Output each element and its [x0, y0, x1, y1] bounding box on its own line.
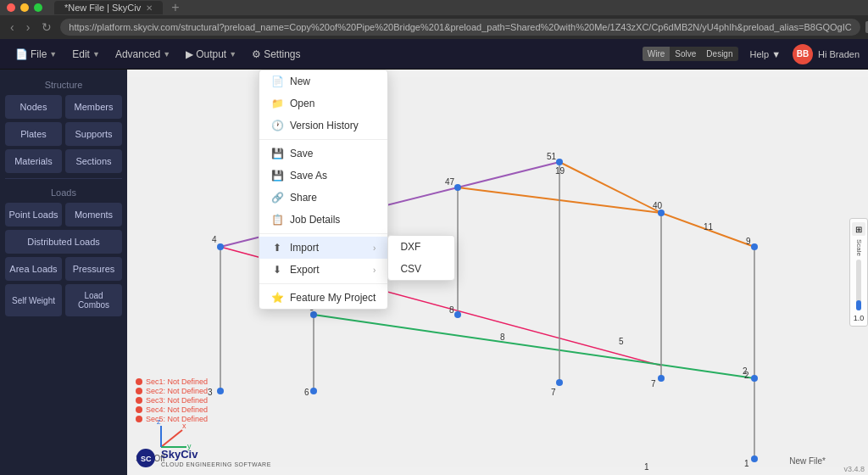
help-button[interactable]: Help ▼ — [743, 46, 788, 63]
menu-item-version-history[interactable]: 🕐 Version History — [259, 115, 387, 137]
version-info: v3.4.8 — [843, 465, 865, 473]
reload-button[interactable]: ↻ — [38, 19, 55, 36]
moments-button[interactable]: Moments — [65, 203, 122, 226]
scale-label: Scale — [855, 239, 863, 256]
svg-text:2: 2 — [744, 371, 749, 380]
toolbar-right: Wire Solve Design Help ▼ BB Hi Braden — [643, 44, 860, 64]
svg-point-21 — [454, 311, 461, 318]
loads-section-label: Loads — [5, 187, 122, 198]
close-dot[interactable] — [7, 3, 15, 12]
area-loads-button[interactable]: Area Loads — [5, 257, 62, 281]
wire-view-button[interactable]: Wire — [643, 47, 670, 61]
new-file-icon: 📄 — [271, 75, 283, 87]
minimize-dot[interactable] — [20, 3, 29, 12]
sec4-color-dot — [136, 406, 142, 413]
structure-section-label: Structure — [5, 80, 122, 90]
settings-menu-button[interactable]: ⚙ Settings — [245, 45, 307, 64]
settings-icon: ⚙ — [252, 48, 261, 60]
import-csv-item[interactable]: CSV — [388, 258, 454, 280]
svg-point-18 — [658, 210, 665, 216]
nodes-button[interactable]: Nodes — [5, 95, 62, 119]
url-text: https://platform.skyciv.com/structural?p… — [69, 22, 851, 32]
legend-sec1: Sec1: Not Defined — [136, 377, 208, 386]
browser-bar: ‹ › ↻ https://platform.skyciv.com/struct… — [0, 15, 868, 39]
svg-point-15 — [217, 243, 224, 250]
url-bar[interactable]: https://platform.skyciv.com/structural?p… — [60, 19, 860, 36]
canvas-area: 51 47 19 40 11 9 8 8 5 2 4 3 5 6 1 1 7 7… — [127, 70, 868, 475]
menu-item-share[interactable]: 🔗 Share — [259, 187, 387, 209]
forward-button[interactable]: › — [23, 19, 34, 36]
svg-point-20 — [310, 311, 317, 318]
tab-close-icon[interactable]: ✕ — [146, 3, 153, 13]
svg-point-24 — [556, 379, 563, 386]
loads-grid: Point Loads Moments Distributed Loads Ar… — [5, 203, 122, 316]
svg-text:47: 47 — [445, 177, 455, 187]
menu-divider-1 — [259, 139, 387, 140]
legend-sec3: Sec3: Not Defined — [136, 396, 208, 405]
distributed-loads-button[interactable]: Distributed Loads — [5, 230, 122, 254]
file-menu-button[interactable]: 📄 File ▼ — [8, 45, 64, 64]
output-label: Output — [196, 48, 226, 60]
scale-thumb[interactable] — [856, 300, 861, 310]
svg-text:9: 9 — [746, 237, 751, 246]
menu-item-new[interactable]: 📄 New — [259, 70, 387, 92]
new-tab-button[interactable]: + — [171, 0, 179, 15]
browser-tab[interactable]: *New File | SkyCiv ✕ — [54, 1, 163, 14]
import-dxf-item[interactable]: DXF — [388, 236, 454, 258]
svg-text:19: 19 — [555, 166, 565, 176]
advanced-menu-button[interactable]: Advanced ▼ — [108, 45, 177, 64]
sidebar: Structure Nodes Members Plates Supports … — [0, 70, 127, 475]
menu-item-feature[interactable]: ⭐ Feature My Project — [259, 287, 387, 309]
main: Structure Nodes Members Plates Supports … — [0, 70, 868, 475]
svg-text:51: 51 — [547, 152, 557, 161]
structural-diagram: 51 47 19 40 11 9 8 8 5 2 4 3 5 6 1 1 7 7… — [127, 70, 868, 475]
save-icon: 💾 — [271, 148, 283, 159]
save-as-icon: 💾 — [271, 170, 283, 182]
file-icon: 📄 — [15, 48, 28, 60]
share-icon: 🔗 — [271, 192, 283, 204]
load-combos-button[interactable]: Load Combos — [65, 284, 122, 316]
svg-text:SC: SC — [141, 455, 152, 463]
scale-expand-button[interactable]: ⊞ — [852, 222, 865, 236]
edit-label: Edit — [72, 48, 90, 60]
menu-divider-2 — [259, 233, 387, 234]
materials-button[interactable]: Materials — [5, 149, 62, 173]
scale-track — [856, 260, 861, 310]
new-file-status: New File* — [789, 455, 826, 467]
clock-icon: 🕐 — [271, 120, 283, 131]
members-button[interactable]: Members — [65, 95, 122, 119]
menu-divider-3 — [259, 283, 387, 284]
menu-item-open[interactable]: 📁 Open — [259, 92, 387, 115]
menu-item-save[interactable]: 💾 Save — [259, 142, 387, 165]
svg-text:5: 5 — [619, 337, 624, 346]
skyciv-name: SkyCiv — [161, 449, 271, 461]
sections-button[interactable]: Sections — [65, 149, 122, 173]
advanced-chevron-icon: ▼ — [163, 50, 170, 59]
design-view-button[interactable]: Design — [701, 47, 737, 61]
maximize-dot[interactable] — [34, 3, 42, 12]
file-chevron-icon: ▼ — [49, 50, 57, 59]
svg-text:x: x — [182, 422, 186, 430]
menu-item-save-as[interactable]: 💾 Save As — [259, 165, 387, 187]
point-loads-button[interactable]: Point Loads — [5, 203, 62, 226]
scale-panel: ⊞ Scale 1.0 — [849, 218, 868, 327]
supports-button[interactable]: Supports — [65, 122, 122, 146]
svg-text:8: 8 — [449, 305, 454, 315]
self-weight-button[interactable]: Self Weight — [5, 284, 62, 316]
output-chevron-icon: ▼ — [229, 50, 236, 59]
menu-item-import[interactable]: ⬆ Import › DXF CSV — [259, 237, 387, 259]
svg-text:40: 40 — [653, 201, 663, 210]
menu-item-job-details[interactable]: 📋 Job Details — [259, 209, 387, 231]
output-menu-button[interactable]: ▶ Output ▼ — [179, 45, 243, 64]
menu-item-export[interactable]: ⬇ Export › — [259, 259, 387, 281]
sec3-color-dot — [136, 397, 142, 404]
edit-menu-button[interactable]: Edit ▼ — [65, 45, 107, 64]
plates-button[interactable]: Plates — [5, 122, 62, 146]
legend-sec2: Sec2: Not Defined — [136, 387, 208, 395]
back-button[interactable]: ‹ — [7, 19, 18, 36]
svg-point-27 — [751, 455, 758, 462]
advanced-label: Advanced — [115, 48, 160, 60]
pressures-button[interactable]: Pressures — [65, 257, 122, 281]
help-label: Help — [750, 49, 770, 59]
solve-view-button[interactable]: Solve — [670, 47, 701, 61]
